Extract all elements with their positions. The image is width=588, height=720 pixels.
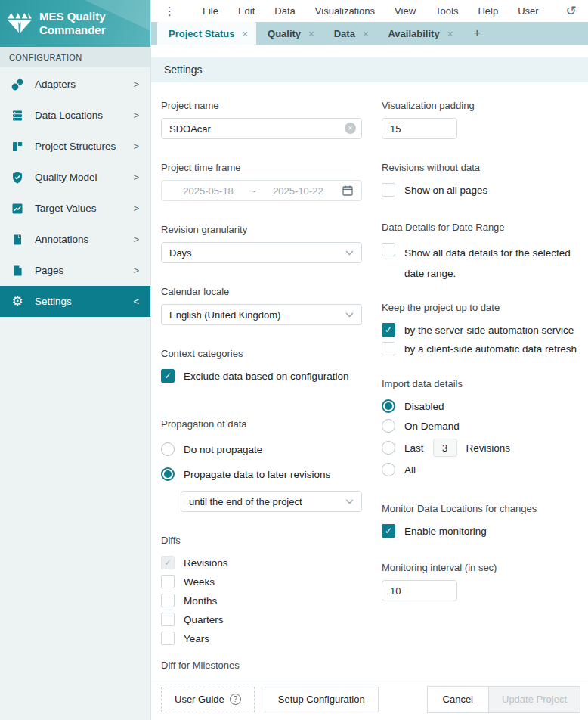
checkbox-show-all-data-details[interactable] bbox=[382, 243, 395, 256]
tab-label: Data bbox=[334, 28, 355, 39]
menu-edit[interactable]: Edit bbox=[228, 5, 265, 17]
radio-import-all[interactable] bbox=[382, 463, 395, 476]
footer-bar: User Guide ? Setup Configuration Cancel … bbox=[151, 678, 588, 720]
menu-help[interactable]: Help bbox=[468, 5, 508, 17]
option-label: All bbox=[404, 464, 416, 476]
sidebar-item-target-values[interactable]: Target Values > bbox=[0, 193, 150, 224]
sidebar-item-annotations[interactable]: Annotations > bbox=[0, 224, 150, 255]
menu-tools[interactable]: Tools bbox=[426, 5, 468, 17]
option-label: Months bbox=[184, 595, 217, 607]
checkbox-revisions: ✓ bbox=[161, 556, 175, 569]
add-tab-icon[interactable]: + bbox=[473, 26, 481, 41]
project-name-field-box: × bbox=[161, 118, 362, 139]
tab-availability[interactable]: Availability × bbox=[376, 22, 461, 45]
sidebar-item-data-locations[interactable]: Data Locations > bbox=[0, 100, 150, 131]
propagate-later-option: Propagate data to later revisions bbox=[161, 467, 382, 481]
checkbox-exclude-data[interactable]: ✓ bbox=[161, 369, 175, 383]
context-categories-label: Context categories bbox=[161, 348, 382, 359]
revision-granularity-label: Revision granularity bbox=[161, 224, 382, 235]
checkbox-months[interactable] bbox=[161, 594, 175, 607]
close-icon[interactable]: × bbox=[308, 28, 314, 39]
setup-configuration-button[interactable]: Setup Configuration bbox=[265, 687, 379, 712]
radio-import-disabled[interactable] bbox=[382, 399, 395, 413]
selected-value: English (United Kingdom) bbox=[169, 309, 280, 321]
cancel-button[interactable]: Cancel bbox=[428, 687, 489, 712]
user-guide-button[interactable]: User Guide ? bbox=[161, 687, 255, 712]
propagation-until-select[interactable]: until the end of the project bbox=[181, 491, 362, 512]
last-n-revisions-input[interactable] bbox=[433, 439, 457, 457]
chevron-left-icon: < bbox=[133, 296, 139, 307]
time-frame-label: Project time frame bbox=[161, 162, 382, 173]
checkbox-client-side-refresh[interactable] bbox=[382, 342, 395, 355]
show-on-all-pages-option: Show on all pages bbox=[382, 183, 588, 197]
sidebar-item-label: Settings bbox=[35, 296, 72, 307]
monitoring-interval-label: Monitoring interval (in sec) bbox=[382, 562, 588, 573]
user-guide-label: User Guide bbox=[175, 694, 224, 705]
page-icon bbox=[10, 264, 25, 278]
chevron-right-icon: > bbox=[133, 110, 139, 121]
sidebar-item-quality-model[interactable]: Quality Model > bbox=[0, 162, 150, 193]
checkbox-show-on-all-pages[interactable] bbox=[382, 183, 395, 197]
radio-import-on-demand[interactable] bbox=[382, 419, 395, 433]
tab-label: Availability bbox=[388, 28, 439, 39]
revision-granularity-select[interactable]: Days bbox=[161, 242, 362, 263]
sidebar-item-label: Target Values bbox=[35, 203, 97, 214]
sidebar-item-label: Quality Model bbox=[35, 172, 97, 183]
option-label: Disabled bbox=[404, 401, 444, 412]
option-label: Show all data details for the selected d… bbox=[404, 243, 588, 284]
menu-user[interactable]: User bbox=[508, 5, 548, 17]
do-not-propagate-option: Do not propagate bbox=[161, 442, 382, 456]
calendar-icon bbox=[342, 185, 354, 197]
monitor-label: Monitor Data Locations for changes bbox=[382, 503, 588, 514]
option-label: Quarters bbox=[184, 614, 224, 625]
calendar-locale-select[interactable]: English (United Kingdom) bbox=[161, 304, 362, 325]
sidebar-item-adapters[interactable]: Adapters > bbox=[0, 69, 150, 100]
monitoring-interval-input[interactable] bbox=[382, 580, 457, 601]
sidebar-item-project-structures[interactable]: Project Structures > bbox=[0, 131, 150, 162]
data-details-label: Data Details for Date Range bbox=[382, 222, 588, 233]
chevron-right-icon: > bbox=[133, 172, 139, 183]
checkbox-years[interactable] bbox=[161, 632, 175, 645]
sidebar-item-pages[interactable]: Pages > bbox=[0, 255, 150, 286]
option-label: Exclude data based on configuration bbox=[184, 371, 348, 382]
clear-icon[interactable]: × bbox=[345, 123, 356, 134]
calendar-locale-label: Calendar locale bbox=[161, 286, 382, 297]
menu-data[interactable]: Data bbox=[265, 5, 305, 17]
menu-file[interactable]: File bbox=[193, 5, 228, 17]
checkbox-quarters[interactable] bbox=[161, 613, 175, 626]
visualization-padding-input[interactable] bbox=[382, 118, 457, 139]
sidebar-item-settings[interactable]: ⚙ Settings < bbox=[0, 286, 150, 317]
plug-icon bbox=[10, 78, 25, 92]
close-icon[interactable]: × bbox=[242, 28, 248, 39]
settings-page: Settings Project name × Project time fra… bbox=[151, 45, 588, 678]
checkbox-weeks[interactable] bbox=[161, 575, 175, 588]
chevron-right-icon: > bbox=[133, 234, 139, 245]
tab-bar: Project Status × Quality × Data × Availa… bbox=[151, 22, 588, 45]
radio-import-last-n[interactable] bbox=[382, 441, 395, 455]
diffs-label: Diffs bbox=[161, 535, 382, 546]
project-name-input[interactable] bbox=[161, 118, 362, 139]
checkbox-enable-monitoring[interactable]: ✓ bbox=[382, 524, 395, 538]
tab-label: Project Status bbox=[169, 28, 234, 39]
gear-icon: ⚙ bbox=[10, 295, 25, 308]
radio-propagate-later[interactable] bbox=[161, 467, 175, 481]
sidebar-item-label: Project Structures bbox=[35, 141, 116, 152]
sidebar: MES Quality Commander CONFIGURATION Adap… bbox=[0, 0, 151, 720]
close-icon[interactable]: × bbox=[363, 28, 369, 39]
kebab-menu-icon[interactable]: ⋮ bbox=[157, 5, 182, 18]
undo-icon[interactable]: ↺ bbox=[559, 5, 583, 17]
close-icon[interactable]: × bbox=[447, 28, 453, 39]
tab-project-status[interactable]: Project Status × bbox=[157, 22, 256, 45]
option-label: by the server-side automation service bbox=[404, 324, 574, 336]
project-name-label: Project name bbox=[161, 100, 382, 111]
menu-visualizations[interactable]: Visualizations bbox=[305, 5, 385, 17]
radio-do-not-propagate[interactable] bbox=[161, 442, 175, 456]
menu-view[interactable]: View bbox=[385, 5, 426, 17]
tab-data[interactable]: Data × bbox=[323, 22, 377, 45]
sidebar-item-label: Pages bbox=[35, 265, 63, 276]
checkbox-server-side-automation[interactable]: ✓ bbox=[382, 323, 395, 337]
form-column-left: Project name × Project time frame 2025-0… bbox=[161, 82, 382, 678]
chevron-down-icon bbox=[345, 499, 354, 504]
propagation-label: Propagation of data bbox=[161, 418, 382, 430]
tab-quality[interactable]: Quality × bbox=[256, 22, 323, 45]
